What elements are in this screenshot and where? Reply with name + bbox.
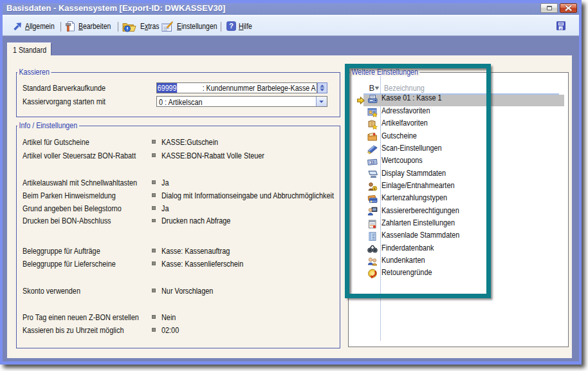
svg-text:?: ?	[229, 22, 234, 30]
